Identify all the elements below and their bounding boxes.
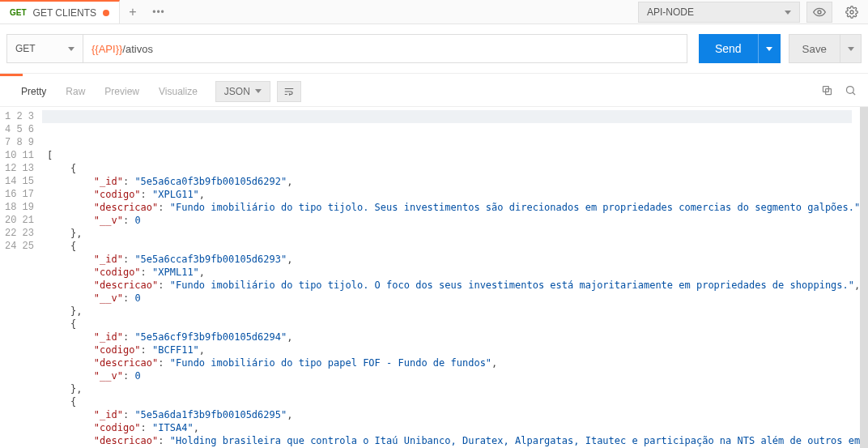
svg-point-0 [818, 11, 821, 14]
copy-response-button[interactable] [821, 84, 833, 99]
response-view-tabs: Pretty Raw Preview Visualize JSON [0, 76, 868, 107]
dots-icon: ••• [152, 6, 165, 18]
top-bar: GET GET CLIENTS + ••• API-NODE [0, 0, 868, 24]
line-number-gutter: 1 2 3 4 5 6 7 8 9 10 11 12 13 14 15 16 1… [0, 107, 42, 448]
tab-preview[interactable]: Preview [95, 81, 149, 102]
tab-request[interactable]: GET GET CLIENTS [0, 0, 120, 23]
url-variable: {{API}} [91, 43, 122, 55]
new-tab-button[interactable]: + [120, 0, 146, 24]
unsaved-dot-icon [103, 10, 109, 16]
send-group: Send [699, 34, 781, 63]
search-response-button[interactable] [845, 84, 857, 99]
active-line-highlight [42, 110, 852, 123]
url-input[interactable]: {{API}}/ativos [83, 34, 687, 63]
code-text: [ { "_id": "5e5a6ca0f3b9fb00105d6292", "… [47, 149, 860, 448]
response-code[interactable]: [ { "_id": "5e5a6ca0f3b9fb00105d6292", "… [42, 107, 860, 448]
chevron-down-icon [255, 89, 262, 93]
tab-method-badge: GET [10, 8, 27, 17]
wrap-icon [283, 86, 295, 97]
response-actions [821, 84, 857, 99]
plus-icon: + [129, 6, 136, 19]
chevron-down-icon [848, 47, 854, 51]
body-format-label: JSON [224, 86, 250, 97]
tab-title: GET CLIENTS [33, 7, 96, 19]
eye-icon [813, 6, 826, 19]
copy-icon [821, 84, 833, 96]
svg-point-4 [847, 86, 854, 93]
search-icon [845, 84, 857, 96]
wrap-lines-button[interactable] [277, 81, 301, 102]
send-label: Send [715, 42, 742, 55]
gear-icon [845, 6, 858, 19]
tab-pretty[interactable]: Pretty [11, 81, 56, 102]
spacer [172, 0, 635, 23]
tab-options-button[interactable]: ••• [146, 0, 172, 24]
save-button[interactable]: Save [789, 34, 840, 63]
body-format-select[interactable]: JSON [215, 81, 270, 102]
tab-raw[interactable]: Raw [56, 81, 95, 102]
chevron-down-icon [766, 47, 772, 51]
request-row: GET {{API}}/ativos Send Save [0, 24, 868, 74]
response-body-pane: 1 2 3 4 5 6 7 8 9 10 11 12 13 14 15 16 1… [0, 107, 868, 448]
save-label: Save [802, 43, 827, 55]
tab-visualize[interactable]: Visualize [149, 81, 207, 102]
chevron-down-icon [68, 47, 74, 51]
chevron-down-icon [785, 11, 791, 15]
environment-name: API-NODE [647, 6, 694, 18]
environment-select[interactable]: API-NODE [638, 2, 800, 23]
send-button[interactable]: Send [699, 34, 758, 63]
http-method-select[interactable]: GET [6, 34, 83, 63]
http-method-label: GET [15, 43, 36, 54]
tab-actions: + ••• [120, 0, 172, 23]
url-path: /ativos [122, 43, 153, 55]
svg-point-1 [850, 11, 853, 14]
send-options-button[interactable] [758, 34, 781, 63]
environment-quicklook-button[interactable] [806, 2, 832, 23]
settings-button[interactable] [839, 2, 865, 23]
save-options-button[interactable] [840, 34, 862, 63]
vertical-scrollbar[interactable] [860, 107, 868, 448]
